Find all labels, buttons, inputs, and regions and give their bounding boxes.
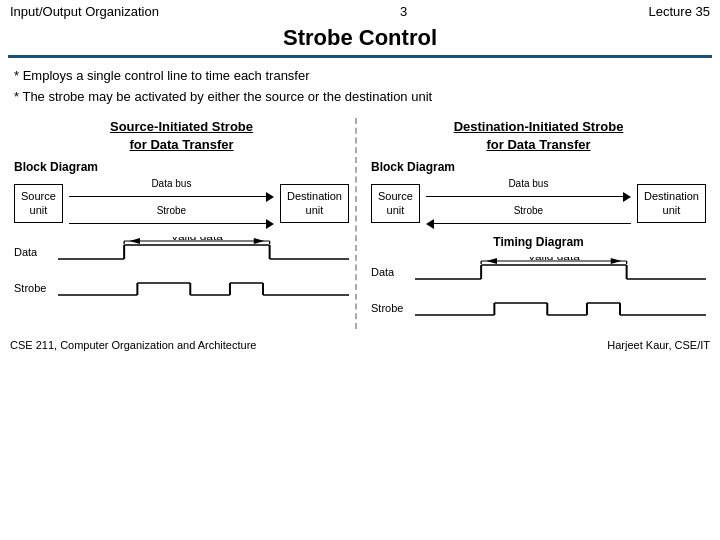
bullet-points: * Employs a single control line to time … — [14, 66, 706, 108]
right-strobe-label: Strobe — [426, 205, 631, 216]
left-strobe-arrow — [69, 219, 274, 229]
bullet-1: * Employs a single control line to time … — [14, 66, 706, 87]
page-title: Strobe Control — [283, 25, 437, 50]
left-strobe-label: Strobe — [69, 205, 274, 216]
left-strobe-waveform — [58, 273, 349, 303]
svg-text:Valid data: Valid data — [171, 237, 223, 242]
top-bar: Input/Output Organization 3 Lecture 35 — [0, 0, 720, 23]
left-section-title: Source-Initiated Strobe for Data Transfe… — [14, 118, 349, 154]
header-right: Lecture 35 — [649, 4, 710, 19]
footer-right: Harjeet Kaur, CSE/IT — [607, 339, 710, 351]
right-destination-box: Destinationunit — [637, 184, 706, 223]
left-arrows: Data bus Strobe — [69, 178, 274, 229]
left-databus-arrow — [69, 192, 274, 202]
right-strobe-row-label: Strobe — [371, 302, 409, 314]
right-databus-label: Data bus — [426, 178, 631, 189]
left-data-label: Data — [14, 246, 52, 258]
svg-marker-8 — [129, 238, 140, 244]
svg-marker-9 — [254, 238, 265, 244]
left-timing: Data — [14, 237, 349, 303]
left-databus-label: Data bus — [69, 178, 274, 189]
right-strobe-row: Strobe — [371, 293, 706, 323]
right-data-label: Data — [371, 266, 409, 278]
bullet-2: * The strobe may be activated by either … — [14, 87, 706, 108]
left-source-box: Sourceunit — [14, 184, 63, 223]
right-strobe-arrow — [426, 219, 631, 229]
left-data-waveform: Valid data — [58, 237, 349, 267]
left-block-row: Sourceunit Data bus Strobe Destinationun… — [14, 178, 349, 229]
right-timing-label: Timing Diagram — [371, 235, 706, 249]
page-title-container: Strobe Control — [0, 23, 720, 55]
footer-left: CSE 211, Computer Organization and Archi… — [10, 339, 256, 351]
right-arrows: Data bus Strobe — [426, 178, 631, 229]
left-block-diagram-label: Block Diagram — [14, 160, 349, 174]
svg-marker-29 — [611, 258, 622, 264]
right-data-waveform: Valid data — [415, 257, 706, 287]
two-col: Source-Initiated Strobe for Data Transfe… — [14, 118, 706, 329]
right-column: Destination-Initiated Strobe for Data Tr… — [357, 118, 706, 329]
right-section-title: Destination-Initiated Strobe for Data Tr… — [371, 118, 706, 154]
right-block-row: Sourceunit Data bus Strobe Destinationun… — [371, 178, 706, 229]
left-strobe-row-label: Strobe — [14, 282, 52, 294]
svg-marker-28 — [486, 258, 497, 264]
header-center: 3 — [400, 4, 407, 19]
right-data-row: Data Valid data — [371, 257, 706, 287]
header-left: Input/Output Organization — [10, 4, 159, 19]
footer-bar: CSE 211, Computer Organization and Archi… — [0, 337, 720, 353]
right-block-diagram-label: Block Diagram — [371, 160, 706, 174]
left-data-row: Data — [14, 237, 349, 267]
right-source-box: Sourceunit — [371, 184, 420, 223]
right-databus-arrow — [426, 192, 631, 202]
left-destination-box: Destinationunit — [280, 184, 349, 223]
right-strobe-waveform — [415, 293, 706, 323]
svg-text:Valid data: Valid data — [528, 257, 580, 262]
right-timing: Data Valid data — [371, 257, 706, 323]
left-strobe-row: Strobe — [14, 273, 349, 303]
left-column: Source-Initiated Strobe for Data Transfe… — [14, 118, 357, 329]
main-content: * Employs a single control line to time … — [0, 58, 720, 333]
